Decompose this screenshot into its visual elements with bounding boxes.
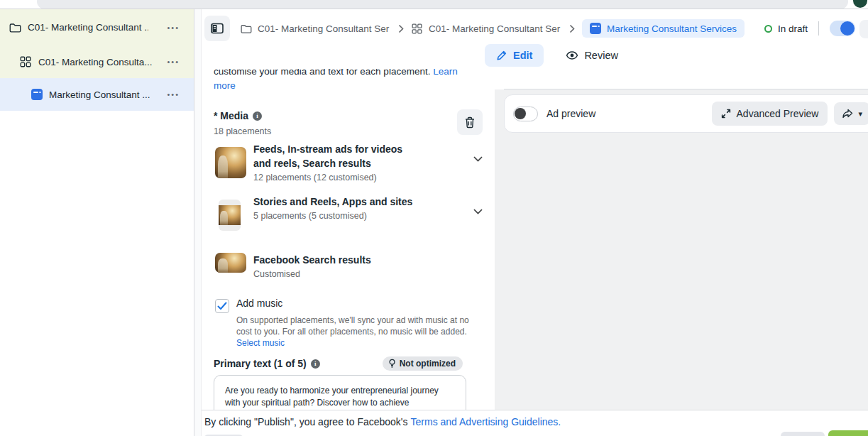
select-music-link[interactable]: Select music	[236, 338, 285, 348]
sidebar-adset-label: C01- Marketing Consulta...	[38, 57, 153, 67]
publish-footer: By clicking "Publish", you agree to Face…	[202, 410, 868, 436]
edit-review-tabs: Edit Review	[485, 44, 625, 67]
chevron-down-icon[interactable]	[473, 156, 483, 162]
primary-text-label: Primary text (1 of 5) i	[214, 358, 320, 369]
content-area: customise your media and text for each p…	[202, 69, 868, 410]
footer-secondary-button-partial[interactable]	[781, 432, 825, 436]
draft-status-icon	[764, 25, 772, 33]
primary-text-input[interactable]: Are you ready to harmonize your entrepre…	[214, 375, 466, 410]
breadcrumb-ad-label: Marketing Consultant Services	[607, 23, 737, 34]
tab-review[interactable]: Review	[559, 44, 625, 67]
breadcrumb-adset-label: C01- Marketing Consultant Ser	[429, 23, 562, 34]
collapse-sidebar-button[interactable]	[204, 16, 230, 41]
breadcrumb-campaign-label: C01- Marketing Consultant Ser	[258, 23, 391, 34]
ad-preview-panel: Ad preview Advanced Preview	[495, 69, 868, 410]
info-icon[interactable]: i	[253, 111, 262, 121]
placement-group-stories[interactable]: Stories and Reels, Apps and sites 5 plac…	[215, 195, 485, 221]
placement-title: Facebook Search results	[253, 253, 415, 267]
chevron-down-icon[interactable]	[473, 209, 483, 214]
share-icon	[842, 109, 853, 119]
sidebar-scroll-gutter[interactable]	[194, 9, 202, 436]
ad-preview-toggle[interactable]	[513, 107, 538, 121]
browser-address-bar[interactable]	[37, 0, 848, 9]
placement-intro-text: customise your media and text for each p…	[214, 69, 473, 93]
terms-link[interactable]: Terms and Advertising Guidelines.	[411, 416, 561, 427]
more-menu-icon[interactable]: •••	[167, 58, 180, 66]
campaign-tree-sidebar: C01- Marketing Consultant ... ••• C01- M…	[0, 9, 194, 436]
panel-toggle-icon	[210, 21, 224, 36]
placement-title: Stories and Reels, Apps and sites	[253, 195, 415, 209]
add-music-section: Add music On supported placements, we'll…	[215, 298, 479, 348]
status-badge: In draft	[764, 23, 808, 34]
placement-thumbnail	[215, 147, 246, 178]
folder-icon	[240, 23, 252, 35]
advanced-preview-label: Advanced Preview	[737, 108, 819, 119]
placement-group-search[interactable]: Facebook Search results Customised	[215, 248, 485, 279]
sidebar-item-adset[interactable]: C01- Marketing Consulta... •••	[0, 45, 194, 78]
primary-text-value: Are you ready to harmonize your entrepre…	[225, 385, 454, 409]
folder-icon	[9, 21, 21, 34]
divider	[818, 21, 819, 36]
eye-icon	[566, 50, 578, 60]
not-optimized-badge: Not optimized	[383, 356, 463, 371]
preview-toolbar: Ad preview Advanced Preview	[504, 94, 868, 133]
delete-media-button[interactable]	[457, 109, 483, 135]
more-menu-icon[interactable]: •••	[167, 23, 180, 32]
chevron-right-icon	[398, 24, 404, 33]
not-optimized-label: Not optimized	[400, 359, 456, 369]
placement-thumbnail	[219, 200, 241, 231]
placement-subtitle: 12 placements (12 customised)	[253, 173, 485, 182]
preview-background	[495, 89, 868, 410]
breadcrumb-adset[interactable]: C01- Marketing Consultant Ser	[411, 23, 562, 35]
ad-icon	[590, 23, 601, 34]
add-music-description: On supported placements, we'll sync your…	[236, 315, 479, 337]
breadcrumb-campaign[interactable]: C01- Marketing Consultant Ser	[240, 23, 391, 35]
header-more-button[interactable]	[859, 20, 868, 38]
browser-top-strip	[0, 0, 868, 9]
sidebar-item-ad-selected[interactable]: Marketing Consultant ... •••	[0, 78, 194, 111]
breadcrumb-ad-active[interactable]: Marketing Consultant Services	[582, 19, 745, 38]
ad-preview-label: Ad preview	[546, 108, 595, 119]
tab-review-label: Review	[584, 50, 618, 61]
grid-icon	[19, 55, 32, 68]
media-section-label: * Media i	[214, 110, 262, 121]
ad-edit-form: customise your media and text for each p…	[202, 69, 495, 410]
add-music-checkbox[interactable]	[215, 299, 229, 313]
placement-subtitle: 5 placements (5 customised)	[253, 211, 485, 221]
ad-icon	[31, 89, 43, 100]
tab-edit-label: Edit	[513, 50, 532, 61]
grid-icon	[411, 23, 423, 35]
placements-count: 18 placements	[214, 126, 271, 136]
caret-down-icon: ▾	[858, 109, 862, 119]
ad-active-toggle[interactable]	[830, 21, 855, 36]
ads-manager-window: C01- Marketing Consultant ... ••• C01- M…	[0, 0, 868, 436]
placement-thumbnail	[215, 253, 246, 273]
sidebar-ad-label: Marketing Consultant ...	[49, 89, 150, 100]
advanced-preview-button[interactable]: Advanced Preview	[712, 102, 828, 126]
placement-group-feeds[interactable]: Feeds, In-stream ads for videos and reel…	[215, 142, 485, 182]
placement-subtitle: Customised	[253, 269, 485, 279]
more-menu-icon[interactable]: •••	[167, 90, 180, 99]
share-preview-button[interactable]: ▾	[834, 102, 868, 125]
add-music-label: Add music	[236, 298, 479, 309]
lightbulb-icon	[388, 359, 396, 369]
tab-edit[interactable]: Edit	[485, 44, 544, 67]
publish-agreement-text: By clicking "Publish", you agree to Face…	[204, 416, 408, 427]
pencil-icon	[496, 50, 507, 61]
trash-icon	[463, 116, 476, 129]
draft-status-label: In draft	[778, 23, 808, 34]
sidebar-campaign-label: C01- Marketing Consultant ...	[28, 22, 148, 33]
app-body: C01- Marketing Consultant ... ••• C01- M…	[0, 9, 868, 436]
sidebar-item-campaign[interactable]: C01- Marketing Consultant ... •••	[0, 9, 194, 45]
browser-profile-avatar[interactable]	[853, 0, 867, 8]
expand-icon	[721, 109, 731, 119]
info-icon[interactable]: i	[311, 359, 320, 369]
placement-title: Feeds, In-stream ads for videos and reel…	[253, 142, 415, 170]
breadcrumb: C01- Marketing Consultant Ser C01- Marke…	[240, 18, 855, 38]
main-panel: C01- Marketing Consultant Ser C01- Marke…	[202, 9, 868, 436]
chevron-right-icon	[569, 24, 575, 33]
publish-button-partial[interactable]	[828, 430, 868, 436]
